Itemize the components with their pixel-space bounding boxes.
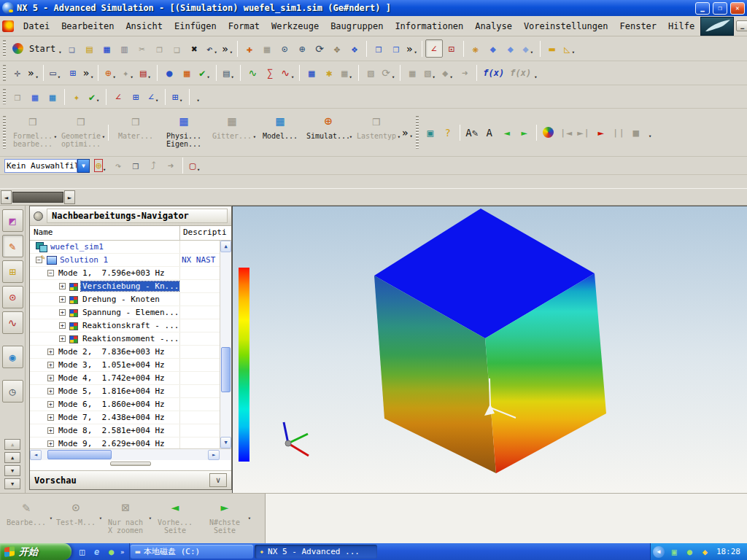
mesh-display-button[interactable]: ▦ [26,88,44,106]
scroll-right-icon[interactable]: ► [208,450,220,460]
geometrie-optimieren-button[interactable]: ❒Geometrieoptimi...▾ [57,112,105,154]
tree-row[interactable]: +Reaktionskraft - ... [30,319,220,332]
tree-expander[interactable]: + [47,427,54,434]
pause-button[interactable]: ❘❘ [610,123,627,141]
tree-item-label[interactable]: Mode 6, 1.860e+004 Hz [57,400,166,409]
tree-row[interactable]: +Reaktionsmoment -... [30,332,220,346]
scroll-left-icon[interactable]: ◄ [30,450,42,460]
tree-row[interactable]: −Mode 1, 7.596e+003 Hz [30,267,220,280]
maximize-button[interactable]: ❐ [713,2,727,15]
result-diamond-button[interactable]: ◆▾ [438,64,456,82]
tree-expander[interactable]: + [59,283,66,289]
vertical-scrollbar[interactable]: ▲ ▼ [220,241,231,448]
scroll-down-icon[interactable]: ▼ [220,437,231,448]
formel-bearbeiten-button[interactable]: ❒Formel...bearbe...▾ [9,112,57,154]
nur-nach-x-zoomen-button[interactable]: ⊠Nur nachX zoomen▾ [101,497,150,542]
rotate-view-button[interactable]: ⟳ [311,39,328,58]
resource-collapse-button[interactable]: ◄ [1,190,12,204]
toolbar-overflow-icon[interactable]: »▾ [26,64,40,82]
paste-button[interactable]: ❑ [168,39,185,58]
child-minimize-button[interactable]: ▁ [736,20,747,31]
menu-baugruppen[interactable]: Baugruppen [325,18,389,34]
scroll-top-icon[interactable]: ▲ [4,439,20,450]
tree-row[interactable]: +Verschiebung - Kn... [30,280,220,293]
security-shield-icon[interactable]: ◆ [700,547,711,557]
csys-orient-button[interactable]: ∠ [425,39,443,58]
simulation-navigator-tab[interactable]: ◩ [2,209,23,232]
task-button[interactable]: ✦NX 5 - Advanced ... [255,545,377,559]
column-name[interactable]: Name [30,226,180,240]
scrollbar-thumb[interactable] [47,450,112,459]
fit-view-button[interactable]: ✚ [241,39,258,58]
internet-browser-tab[interactable]: ◉ [2,346,23,368]
tree-expander[interactable]: + [47,388,54,394]
measure-angle-button[interactable]: ◺▾ [561,39,578,58]
spheres-display-button[interactable]: ● [160,64,178,82]
simulation-button[interactable]: ⊕Simulat...▾ [304,112,352,154]
toolbar-stub-icon[interactable]: ▾ [193,88,202,106]
tree-expander[interactable]: + [47,362,54,368]
menu-bearbeiten[interactable]: Bearbeiten [55,18,120,34]
rotate-selection-button[interactable]: ⤴ [144,157,162,175]
zoom-box-button[interactable]: ⊙ [276,39,293,58]
tree-item-label[interactable]: Verschiebung - Kn... [81,281,180,291]
tree-item-label[interactable]: Mode 7, 2.438e+004 Hz [57,413,166,422]
play-button[interactable]: ► [592,123,610,141]
post-navigator-tab[interactable]: ✎ [2,235,23,257]
rectangle-style-button[interactable]: ▭▾ [47,64,64,82]
tree-row[interactable]: +Mode 8, 2.581e+004 Hz [30,424,220,438]
csys-info-axes-button[interactable]: ∠▾ [144,88,162,106]
csys-info-button[interactable]: ⊞ [127,88,144,106]
export-frames-button[interactable]: ➜ [456,64,473,82]
view-operation-swap-button[interactable]: ◆▾ [519,39,537,58]
layer-visibility-button[interactable]: ⊞ [64,64,82,82]
column-description[interactable]: Descripti [180,226,231,240]
toolbar-overflow-icon[interactable]: »▾ [220,39,234,58]
rotate-result-button[interactable]: ⟳▾ [379,64,397,82]
menu-einfgen[interactable]: Einfügen [169,18,222,34]
constraint-type-button[interactable]: ▤▾ [136,64,154,82]
first-frame-button[interactable]: ❘◄ [557,123,575,141]
point-constructor-button[interactable]: ✛ [9,64,26,82]
tree-expander[interactable]: + [47,401,54,408]
history-tab[interactable]: ◷ [2,380,23,402]
role-palette-button[interactable]: ❋ [467,39,484,58]
menu-datei[interactable]: Datei [18,18,55,34]
messenger-icon[interactable]: ● [106,547,117,557]
chevron-right-icon[interactable]: » [120,548,124,556]
assembly-navigator-tab[interactable]: ⊞ [2,260,23,283]
toolbar-overflow-icon[interactable]: ▾ [645,123,654,141]
help-button[interactable]: ? [439,123,457,141]
toolbar-overflow-icon[interactable]: »▾ [405,39,419,58]
tree-expander[interactable]: + [59,296,66,303]
tree-row[interactable]: +Mode 6, 1.860e+004 Hz [30,398,220,411]
tree-item-label[interactable]: Mode 4, 1.742e+004 Hz [57,373,166,383]
node-select-button[interactable]: ⊡ [443,39,460,58]
solid-select-button[interactable]: ❒ [127,157,144,175]
tree-expander[interactable]: + [47,414,54,421]
physikalische-eigenschaften-button[interactable]: ▦Physi...Eigen... [160,112,208,154]
sum-plot-button[interactable]: ∑ [261,64,279,82]
move-body-button[interactable]: ❒ [370,39,387,58]
pan-button[interactable]: ✥ [328,39,346,58]
menu-voreinstellungen[interactable]: Voreinstellungen [518,18,614,34]
menu-format[interactable]: Format [222,18,266,34]
measure-distance-button[interactable]: ▬ [543,39,561,58]
menu-analyse[interactable]: Analyse [469,18,518,34]
snap-point-button[interactable]: ⊕▾ [92,157,109,175]
post-result-button[interactable] [540,123,557,141]
tree-expander[interactable]: + [47,375,54,381]
delete-button[interactable]: ✖ [185,39,203,58]
mesh-tool-button[interactable]: ✦▾ [119,64,136,82]
resource-expand-button[interactable]: ► [64,190,75,204]
settings-wrench-button[interactable]: ✦ [68,88,85,106]
zoom-in-out-button[interactable]: ⊕ [293,39,311,58]
scroll-up-icon[interactable]: ▲ [220,241,231,252]
start-button[interactable]: 开始 [0,543,71,560]
redo-selection-button[interactable]: ↷ [109,157,127,175]
horizontal-scrollbar[interactable]: ◄ ► [30,448,231,460]
tree-expander[interactable]: + [59,309,66,316]
tree-item-label[interactable]: Mode 5, 1.816e+004 Hz [57,386,166,396]
tree-row[interactable]: wuefel_sim1 [30,241,220,254]
tree-expander[interactable]: − [47,270,54,276]
